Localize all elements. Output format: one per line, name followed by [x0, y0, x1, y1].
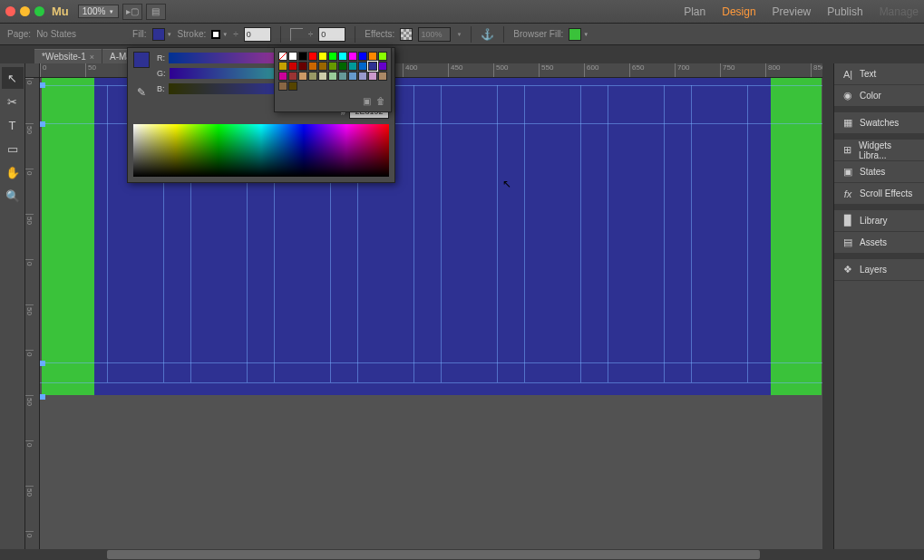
panel-text[interactable]: A|Text	[834, 63, 924, 85]
column-guide[interactable]	[747, 85, 748, 382]
fill-swatch-dd[interactable]	[152, 28, 172, 41]
column-guide[interactable]	[413, 85, 414, 382]
crop-tool[interactable]: ✂	[2, 91, 24, 112]
new-swatch-icon[interactable]: ▣	[363, 96, 371, 106]
swatch-item[interactable]	[338, 72, 347, 81]
panel-library[interactable]: ▉Library	[834, 210, 924, 232]
panel-color[interactable]: ◉Color	[834, 85, 924, 107]
swatch-item[interactable]	[298, 72, 307, 81]
stroke-weight-input[interactable]	[244, 27, 271, 42]
stroke-swatch-dd[interactable]	[211, 30, 228, 39]
swatch-item[interactable]	[348, 62, 357, 71]
column-guide[interactable]	[691, 85, 692, 382]
browser-fill-label: Browser Fill:	[513, 29, 563, 39]
swatch-item[interactable]	[378, 62, 387, 71]
manage-tab[interactable]: Manage	[880, 5, 919, 18]
swatch-item[interactable]	[378, 72, 387, 81]
layout-icon[interactable]: ▤	[146, 4, 166, 20]
zoom-value: 100%	[83, 6, 106, 16]
swatch-item[interactable]	[318, 62, 327, 71]
color-spectrum[interactable]	[133, 124, 389, 177]
swatch-item[interactable]	[278, 62, 287, 71]
swatch-item[interactable]	[368, 62, 377, 71]
panel-swatches[interactable]: ▦Swatches	[834, 112, 924, 134]
swatch-item[interactable]	[358, 62, 367, 71]
effects-icon[interactable]	[400, 28, 413, 41]
guide-handle[interactable]	[40, 121, 45, 127]
column-guide[interactable]	[441, 85, 442, 382]
guide-handle[interactable]	[40, 361, 45, 366]
swatch-item[interactable]	[338, 52, 347, 61]
zoom-tool[interactable]: 🔍	[2, 185, 24, 207]
page-state[interactable]: No States	[36, 29, 76, 39]
panel-widgets[interactable]: ⊞Widgets Libra...	[834, 140, 924, 161]
column-guide[interactable]	[107, 85, 108, 382]
swatch-item[interactable]	[318, 72, 327, 81]
layers-icon: ❖	[841, 265, 854, 275]
swatch-item[interactable]	[378, 52, 387, 61]
swatch-item[interactable]	[288, 82, 297, 91]
close-icon[interactable]: ×	[90, 53, 94, 62]
swatch-item[interactable]	[298, 62, 307, 71]
horizontal-scrollbar[interactable]	[25, 549, 833, 560]
stroke-label: Stroke:	[178, 29, 207, 39]
swatch-item[interactable]	[328, 72, 337, 81]
swatch-item[interactable]	[348, 52, 357, 61]
swatch-item[interactable]	[368, 72, 377, 81]
panel-scroll-effects[interactable]: fxScroll Effects	[834, 183, 924, 205]
tab-website-1[interactable]: *Website-1×	[34, 49, 102, 63]
guide-horizontal[interactable]	[40, 382, 833, 383]
rectangle-tool[interactable]: ▭	[2, 138, 24, 159]
anchor-icon[interactable]: ⚓	[481, 28, 494, 41]
column-guide[interactable]	[580, 85, 581, 382]
preview-tab[interactable]: Preview	[773, 5, 812, 18]
swatch-item[interactable]	[368, 52, 377, 61]
browser-fill-dd[interactable]	[569, 28, 588, 41]
zoom-select[interactable]: 100%	[78, 5, 119, 18]
text-tool[interactable]: T	[2, 114, 24, 136]
swatch-item[interactable]	[348, 72, 357, 81]
swatch-none[interactable]	[278, 52, 287, 61]
hand-tool[interactable]: ✋	[2, 161, 24, 183]
swatch-item[interactable]	[338, 62, 347, 71]
panel-label: Assets	[860, 237, 887, 247]
vertical-scrollbar[interactable]	[822, 63, 833, 549]
maximize-window-icon[interactable]	[34, 6, 44, 16]
swatch-item[interactable]	[278, 82, 287, 91]
swatch-item[interactable]	[288, 62, 297, 71]
swatch-item[interactable]	[318, 52, 327, 61]
corner-icon[interactable]	[290, 28, 303, 41]
column-guide[interactable]	[497, 85, 498, 382]
guide-horizontal[interactable]	[40, 362, 833, 363]
scrollbar-thumb[interactable]	[107, 550, 760, 559]
design-tab[interactable]: Design	[722, 5, 755, 18]
new-page-icon[interactable]: ▸▢	[122, 4, 142, 20]
swatch-item[interactable]	[288, 72, 297, 81]
plan-tab[interactable]: Plan	[684, 5, 705, 18]
swatch-item[interactable]	[298, 52, 307, 61]
effects-opacity-input[interactable]	[418, 27, 451, 42]
panel-states[interactable]: ▣States	[834, 161, 924, 183]
publish-tab[interactable]: Publish	[827, 5, 862, 18]
selection-tool[interactable]: ↖	[2, 67, 24, 89]
swatch-item[interactable]	[288, 52, 297, 61]
column-guide[interactable]	[608, 85, 608, 382]
swatch-item[interactable]	[358, 52, 367, 61]
corner-input[interactable]	[318, 27, 345, 42]
swatch-item[interactable]	[328, 62, 337, 71]
close-window-icon[interactable]	[5, 6, 15, 16]
swatch-item[interactable]	[358, 72, 367, 81]
swatch-item[interactable]	[308, 72, 317, 81]
guide-handle[interactable]	[40, 394, 45, 400]
swatch-item[interactable]	[308, 62, 317, 71]
minimize-window-icon[interactable]	[20, 6, 30, 16]
swatch-item[interactable]	[308, 52, 317, 61]
panel-assets[interactable]: ▤Assets	[834, 232, 924, 254]
swatch-item[interactable]	[278, 72, 287, 81]
delete-swatch-icon[interactable]: 🗑	[376, 96, 385, 106]
panel-layers[interactable]: ❖Layers	[834, 259, 924, 281]
eyedropper-icon[interactable]: ✎	[133, 84, 150, 101]
swatch-item[interactable]	[328, 52, 337, 61]
column-guide[interactable]	[664, 85, 665, 382]
column-guide[interactable]	[524, 85, 525, 382]
